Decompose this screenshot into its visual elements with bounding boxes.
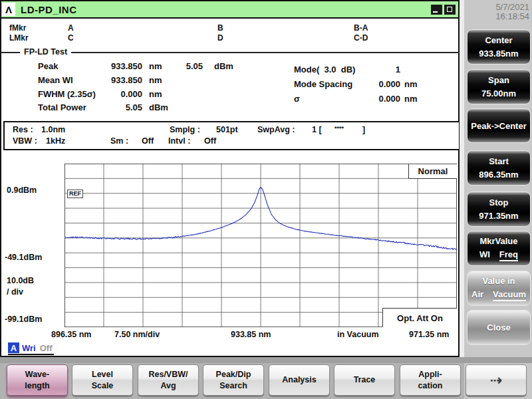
softkey-span[interactable]: Span 75.00nm xyxy=(467,69,531,104)
softkey-label: Start xyxy=(489,156,509,166)
meas-unit: dBm xyxy=(149,102,168,112)
x-medium-label: in Vacuum xyxy=(337,330,379,339)
menu-level-scale[interactable]: Level Scale xyxy=(72,364,133,396)
softkey-center[interactable]: Center 933.85nm xyxy=(467,29,531,65)
menu-label: length xyxy=(25,380,50,392)
menu-wavelength[interactable]: Wave- length xyxy=(7,364,68,396)
swpavg-stars: **** xyxy=(334,125,344,132)
optical-attenuator-badge: Opt. Att On xyxy=(382,308,457,327)
bottom-separator-band xyxy=(0,357,532,363)
menu-analysis[interactable]: Analysis xyxy=(269,364,330,396)
ref-line-tag: REF xyxy=(67,190,83,198)
sweep-status-box: Res : 1.0nm Smplg : 501pt SwpAvg : 1 [ *… xyxy=(3,121,460,150)
marker-cd-label: C-D xyxy=(354,33,368,43)
softkey-value: 896.35nm xyxy=(479,170,518,180)
swpavg-value: 1 [ xyxy=(312,125,322,134)
meas-unit: nm xyxy=(404,94,418,104)
marker-b-label: B xyxy=(217,23,223,33)
menu-label: Analysis xyxy=(282,374,316,386)
intvl-value: Off xyxy=(204,136,216,146)
softkey-label: Stop xyxy=(489,198,509,207)
trace-letter-badge: A xyxy=(8,342,19,353)
meas-value: 933.850 xyxy=(81,61,142,71)
menu-label: Trace xyxy=(354,374,376,386)
app-logo-icon: Λ xyxy=(2,3,15,16)
menu-label: Avg xyxy=(160,380,176,392)
softkey-stop[interactable]: Stop 971.35nm xyxy=(467,192,531,227)
y-bottom-level-label: -99.1dBm xyxy=(5,315,42,324)
smplg-value: 501pt xyxy=(216,125,238,134)
swpavg-label: SwpAvg : xyxy=(257,125,295,134)
smplg-label: Smplg : xyxy=(170,125,200,134)
softkey-value-in[interactable]: Value in Air Vacuum xyxy=(467,271,531,306)
fmkr-label: fMkr xyxy=(9,23,26,33)
softkey-label: Center xyxy=(485,35,512,45)
meas-label: Mode Spacing xyxy=(294,79,352,89)
softkey-close[interactable]: Close xyxy=(467,310,531,345)
softkey-value: 933.85nm xyxy=(479,49,518,59)
menu-label: Wave- xyxy=(25,369,49,380)
meas-label: Total Power xyxy=(38,102,86,112)
minimize-icon xyxy=(433,11,438,13)
x-div-label: 7.50 nm/div xyxy=(114,330,160,339)
lmkr-label: LMkr xyxy=(9,33,29,43)
spectrum-trace-svg xyxy=(65,164,457,327)
sidebar-divider xyxy=(460,0,464,357)
value-in-air-option[interactable]: Air xyxy=(471,289,483,301)
res-label: Res : xyxy=(13,125,33,134)
meas-unit: nm xyxy=(149,89,162,99)
menu-peak-dip-search[interactable]: Peak/Dip Search xyxy=(203,364,264,396)
mkr-value-wi-option[interactable]: WI xyxy=(479,249,490,261)
spectrum-chart xyxy=(65,164,457,327)
softkey-mkr-value[interactable]: MkrValue WI Freq xyxy=(467,231,531,266)
x-center-label: 933.85 nm xyxy=(231,330,271,339)
softkey-label: Span xyxy=(488,75,509,85)
meas-unit: nm xyxy=(149,61,162,71)
meas-label: Peak xyxy=(38,61,58,71)
menu-res-vbw-avg[interactable]: Res/VBW/ Avg xyxy=(138,364,199,396)
time-label: 16:18:54 xyxy=(466,12,529,21)
y-mid-level-label: -49.1dBm xyxy=(5,253,42,262)
softkey-value: 75.00nm xyxy=(481,88,516,98)
maximize-button[interactable] xyxy=(444,5,456,15)
menu-more-pages[interactable]: ⇢ xyxy=(466,364,527,396)
meas-value2: 5.05 xyxy=(164,61,203,71)
meas-value: 5.05 xyxy=(81,102,142,112)
meas-value: 0.000 xyxy=(81,89,142,99)
menu-label: Scale xyxy=(92,380,114,392)
menu-label: cation xyxy=(418,380,443,392)
intvl-label: Intvl : xyxy=(168,136,190,146)
marker-a-label: A xyxy=(68,23,74,33)
value-in-vacuum-option[interactable]: Vacuum xyxy=(493,289,526,301)
meas-value: 0.000 xyxy=(347,79,400,89)
mkr-value-freq-option[interactable]: Freq xyxy=(499,249,518,261)
menu-application[interactable]: Appli- cation xyxy=(400,364,461,396)
meas-unit: nm xyxy=(149,75,162,85)
softkey-value: 971.35nm xyxy=(479,211,518,221)
minimize-button[interactable] xyxy=(431,5,442,15)
softkey-start[interactable]: Start 896.35nm xyxy=(467,150,531,186)
menu-trace[interactable]: Trace xyxy=(334,364,395,396)
date-label: 5/7/2021 xyxy=(466,3,529,12)
softkey-peak-to-center[interactable]: Peak->Center xyxy=(467,108,531,143)
vbw-label: VBW : xyxy=(13,136,37,146)
datetime-display: 5/7/2021 16:18:54 xyxy=(466,3,529,21)
meas-value: 1 xyxy=(347,65,400,74)
sm-value: Off xyxy=(142,136,154,146)
softkey-label: Value in xyxy=(482,276,515,286)
trace-mode-badge: Normal xyxy=(408,164,457,179)
menu-label: Res/VBW/ xyxy=(148,369,188,380)
y-scale-unit-label: / div xyxy=(7,287,23,297)
meas-label: σ xyxy=(294,94,300,104)
trace-write-mode-label: Wri xyxy=(22,343,36,353)
next-page-arrow-icon: ⇢ xyxy=(490,374,502,387)
x-stop-label: 971.35 nm xyxy=(409,330,449,339)
menu-label: Appli- xyxy=(418,369,442,380)
res-value: 1.0nm xyxy=(41,125,65,134)
meas-unit2: dBm xyxy=(214,61,233,71)
meas-label: Mode( 3.0 dB) xyxy=(294,65,355,74)
menu-label: Search xyxy=(219,380,247,392)
meas-unit: nm xyxy=(404,79,418,89)
maximize-icon xyxy=(447,7,452,12)
vbw-value: 1kHz xyxy=(46,136,65,146)
